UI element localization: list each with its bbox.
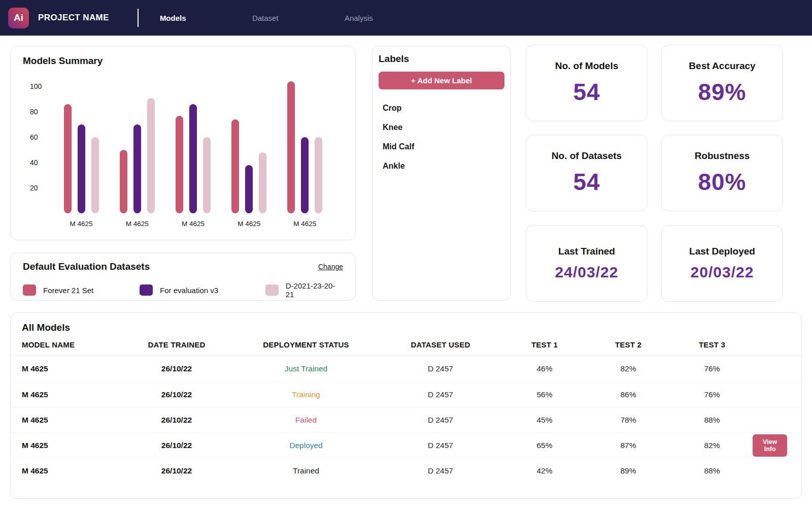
view-info-button[interactable]: View Info [753, 434, 787, 457]
label-item-midcalf[interactable]: Mid Calf [383, 142, 504, 151]
cell-test1: 42% [504, 466, 585, 475]
column-header-model-name: MODEL NAME [22, 340, 118, 349]
evaluation-datasets-card: Default Evaluation Datasets Change Forev… [10, 252, 356, 301]
stat-value: 20/03/22 [691, 264, 754, 281]
table-body: M 462526/10/22Just TrainedD 245746%82%76… [11, 356, 801, 483]
chart-bar [189, 104, 197, 213]
stat-card-last-deployed: Last Deployed 20/03/22 [661, 225, 783, 302]
column-header-test3: TEST 3 [671, 340, 753, 349]
label-item-knee[interactable]: Knee [383, 123, 504, 132]
table-header-row: MODEL NAME DATE TRAINED DEPLOYMENT STATU… [11, 333, 801, 356]
stat-card-no-of-models: No. of Models 54 [526, 45, 648, 121]
cell-model-name: M 4625 [22, 466, 118, 475]
legend-item: For evaluation v3 [140, 284, 265, 296]
stat-card-last-trained: Last Trained 24/03/22 [526, 225, 648, 302]
cell-dataset-used: D 2457 [377, 364, 504, 373]
column-header-deployment-status: DEPLOYMENT STATUS [235, 340, 377, 349]
labels-title: Labels [379, 53, 504, 65]
cell-test2: 87% [585, 441, 671, 450]
cell-date-trained: 26/10/22 [118, 364, 235, 373]
stat-label: Best Accuracy [689, 60, 755, 72]
cell-model-name: M 4625 [22, 416, 118, 425]
column-header-dataset-used: DATASET USED [377, 340, 504, 349]
cell-deployment-status: Failed [235, 416, 377, 425]
chart-bar [203, 137, 211, 213]
labels-card: Labels + Add New Label Crop Knee Mid Cal… [372, 46, 511, 301]
y-tick-label: 100 [30, 82, 42, 90]
cell-deployment-status: Training [235, 390, 377, 399]
stat-value: 24/03/22 [555, 264, 619, 281]
legend-item: Forever 21 Set [23, 284, 140, 296]
column-header-test2: TEST 2 [585, 340, 671, 349]
chart-bar [245, 165, 253, 213]
chart-y-axis: 20406080100 [30, 74, 50, 213]
legend-swatch-forever21 [23, 284, 36, 296]
column-header-date-trained: DATE TRAINED [118, 340, 235, 349]
stat-card-no-of-datasets: No. of Datasets 54 [526, 135, 648, 211]
column-header-test1: TEST 1 [504, 340, 585, 349]
y-tick-label: 80 [30, 108, 38, 116]
chart-bar [301, 137, 309, 213]
stat-value: 54 [573, 168, 600, 196]
label-list: Crop Knee Mid Calf Ankle [379, 104, 504, 171]
stat-label: No. of Models [555, 60, 619, 72]
table-row: M 462526/10/22DeployedD 245765%87%82%Vie… [11, 432, 801, 458]
chart-bar [287, 81, 295, 213]
x-axis-label: M 4625 [70, 220, 93, 228]
chart-bar-group: M 4625 [64, 74, 99, 228]
app-logo-text: Ai [14, 12, 23, 23]
x-axis-label: M 4625 [182, 220, 205, 228]
cell-date-trained: 26/10/22 [118, 441, 235, 450]
cell-test3: 76% [671, 390, 753, 399]
y-tick-label: 20 [30, 184, 38, 192]
nav-item-analysis[interactable]: Analysis [345, 14, 437, 22]
legend-label: Forever 21 Set [43, 286, 93, 295]
chart-bar [91, 137, 99, 213]
evaluation-datasets-title: Default Evaluation Datasets [23, 261, 150, 272]
table-row: M 462526/10/22Just TrainedD 245746%82%76… [11, 356, 801, 382]
stat-label: Last Deployed [689, 246, 755, 257]
cell-test1: 56% [504, 390, 585, 399]
top-nav: Ai PROJECT NAME Models Dataset Analysis [0, 0, 812, 36]
cell-dataset-used: D 2457 [377, 416, 504, 425]
models-summary-card: Models Summary 20406080100 M 4625M 4625M… [10, 46, 356, 240]
table-row: M 462526/10/22TrainedD 245742%89%88% [11, 458, 801, 483]
app-logo-icon: Ai [8, 8, 29, 28]
cell-model-name: M 4625 [22, 441, 118, 450]
cell-test2: 82% [585, 364, 671, 373]
y-tick-label: 60 [30, 133, 38, 141]
label-item-crop[interactable]: Crop [383, 104, 504, 113]
project-name: PROJECT NAME [38, 13, 109, 23]
chart-bar [231, 119, 239, 213]
stat-card-robustness: Robustness 80% [661, 135, 783, 211]
x-axis-label: M 4625 [238, 220, 260, 228]
nav-divider [138, 9, 139, 27]
nav-item-dataset[interactable]: Dataset [252, 14, 345, 22]
cell-test2: 89% [585, 466, 671, 475]
label-item-ankle[interactable]: Ankle [383, 162, 504, 171]
cell-test2: 86% [585, 390, 671, 399]
nav-item-models[interactable]: Models [160, 14, 252, 22]
chart-bar [78, 124, 85, 213]
legend-label: For evaluation v3 [160, 286, 218, 295]
chart-bar [120, 150, 127, 213]
cell-test3: 76% [671, 364, 753, 373]
cell-date-trained: 26/10/22 [118, 416, 235, 425]
cell-deployment-status: Deployed [235, 441, 377, 450]
change-datasets-link[interactable]: Change [318, 263, 343, 271]
cell-dataset-used: D 2457 [377, 466, 504, 475]
add-new-label-button[interactable]: + Add New Label [379, 72, 504, 89]
cell-dataset-used: D 2457 [377, 441, 504, 450]
legend-label: D-2021-23-20-21 [286, 281, 343, 299]
table-row: M 462526/10/22FailedD 245745%78%88% [11, 407, 801, 432]
all-models-card: All Models MODEL NAME DATE TRAINED DEPLO… [10, 312, 802, 499]
chart-bar [147, 98, 155, 214]
legend-item: D-2021-23-20-21 [265, 281, 343, 299]
stat-label: Last Trained [558, 246, 615, 257]
stat-value: 80% [698, 168, 746, 196]
chart-bar-group: M 4625 [231, 74, 266, 228]
cell-test1: 45% [504, 416, 585, 425]
stat-value: 54 [573, 78, 600, 106]
chart-plot-area: M 4625M 4625M 4625M 4625M 4625 [53, 74, 333, 228]
cell-test2: 78% [585, 416, 671, 425]
